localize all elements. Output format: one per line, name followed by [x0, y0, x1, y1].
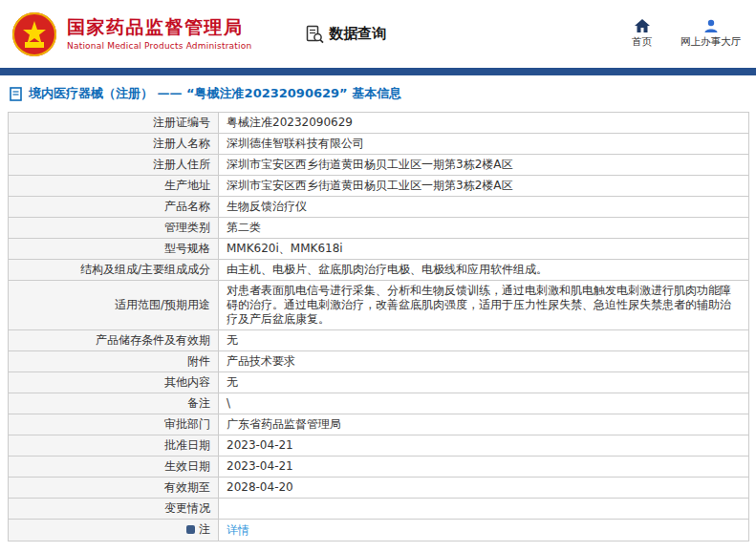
note-icon — [186, 525, 195, 534]
row-value: 2028-04-20 — [219, 478, 749, 499]
row-effective-date: 生效日期 2023-04-21 — [9, 456, 749, 478]
row-label: 注册人名称 — [9, 134, 219, 155]
row-management-category: 管理类别 第二类 — [9, 218, 749, 239]
row-value: 产品技术要求 — [219, 351, 749, 372]
row-label: 附件 — [9, 351, 219, 372]
data-query-label: 数据查询 — [329, 25, 386, 43]
row-value: 粤械注准20232090629 — [219, 113, 749, 134]
row-label: 产品名称 — [9, 197, 219, 218]
row-value: 详情 — [219, 520, 749, 541]
row-attachment: 附件 产品技术要求 — [9, 351, 749, 372]
person-icon — [703, 19, 719, 32]
org-title-block: 国家药品监督管理局 National Medical Products Admi… — [67, 17, 251, 51]
row-value: 2023-04-21 — [219, 456, 749, 478]
row-label: 有效期至 — [9, 478, 219, 499]
info-table-wrap: 注册证编号 粤械注准20232090629 注册人名称 深圳德佳智联科技有限公司… — [0, 110, 756, 541]
row-value: \ — [219, 393, 749, 414]
row-registrant-address: 注册人住所 深圳市宝安区西乡街道黄田杨贝工业区一期第3栋2楼A区 — [9, 155, 749, 176]
row-value: 深圳市宝安区西乡街道黄田杨贝工业区一期第3栋2楼A区 — [219, 155, 749, 176]
row-value: 2023-04-21 — [219, 435, 749, 456]
row-label: 生产地址 — [9, 176, 219, 197]
row-product-name: 产品名称 生物反馈治疗仪 — [9, 197, 749, 218]
row-label: 适用范围/预期用途 — [9, 281, 219, 330]
data-query-nav[interactable]: 数据查询 — [305, 25, 386, 44]
row-registration-number: 注册证编号 粤械注准20232090629 — [9, 113, 749, 134]
header-divider-bar — [0, 68, 756, 75]
national-emblem-icon — [11, 11, 57, 57]
row-value: 无 — [219, 330, 749, 351]
row-note: 注 详情 — [9, 520, 749, 541]
online-hall-link[interactable]: 网上办事大厅 — [680, 19, 741, 49]
row-value: 由主机、电极片、盆底肌肉治疗电极、电极线和应用软件组成。 — [219, 260, 749, 281]
row-label: 注册证编号 — [9, 113, 219, 134]
row-label: 结构及组成/主要组成成分 — [9, 260, 219, 281]
row-remarks: 备注 \ — [9, 393, 749, 414]
row-label: 其他内容 — [9, 372, 219, 393]
row-value: 深圳市宝安区西乡街道黄田杨贝工业区一期第3栋2楼A区 — [219, 176, 749, 197]
row-label: 型号规格 — [9, 239, 219, 260]
row-value: 深圳德佳智联科技有限公司 — [219, 134, 749, 155]
note-label: 注 — [199, 522, 210, 537]
row-registrant-name: 注册人名称 深圳德佳智联科技有限公司 — [9, 134, 749, 155]
page-title: 境内医疗器械（注册） —— “粤械注准20232090629” 基本信息 — [29, 85, 401, 102]
data-query-icon — [305, 25, 324, 44]
row-approval-department: 审批部门 广东省药品监督管理局 — [9, 414, 749, 435]
row-label: 注 — [9, 520, 219, 541]
row-label: 备注 — [9, 393, 219, 414]
row-value: 生物反馈治疗仪 — [219, 197, 749, 218]
home-link-label: 首页 — [632, 35, 652, 49]
row-label: 产品储存条件及有效期 — [9, 330, 219, 351]
home-link[interactable]: 首页 — [632, 19, 652, 49]
row-composition: 结构及组成/主要组成成分 由主机、电极片、盆底肌肉治疗电极、电极线和应用软件组成… — [9, 260, 749, 281]
row-value: 第二类 — [219, 218, 749, 239]
row-label: 批准日期 — [9, 435, 219, 456]
org-name-en: National Medical Products Administration — [67, 41, 251, 51]
row-value — [219, 499, 749, 520]
registration-info-table: 注册证编号 粤械注准20232090629 注册人名称 深圳德佳智联科技有限公司… — [8, 112, 749, 541]
row-production-address: 生产地址 深圳市宝安区西乡街道黄田杨贝工业区一期第3栋2楼A区 — [9, 176, 749, 197]
top-links: 首页 网上办事大厅 — [632, 19, 741, 49]
row-label: 管理类别 — [9, 218, 219, 239]
row-label: 生效日期 — [9, 456, 219, 478]
org-name-cn: 国家药品监督管理局 — [67, 17, 251, 38]
breadcrumb: 境内医疗器械（注册） —— “粤械注准20232090629” 基本信息 — [0, 75, 756, 110]
row-value: 无 — [219, 372, 749, 393]
document-icon — [10, 87, 23, 101]
home-icon — [635, 19, 650, 32]
row-expiry-date: 有效期至 2028-04-20 — [9, 478, 749, 499]
row-value: MMK620i、MMK618i — [219, 239, 749, 260]
row-value: 广东省药品监督管理局 — [219, 414, 749, 435]
page-header: 国家药品监督管理局 National Medical Products Admi… — [0, 0, 756, 68]
row-storage-conditions: 产品储存条件及有效期 无 — [9, 330, 749, 351]
row-other-content: 其他内容 无 — [9, 372, 749, 393]
row-change-status: 变更情况 — [9, 499, 749, 520]
detail-link[interactable]: 详情 — [227, 523, 249, 537]
online-hall-label: 网上办事大厅 — [680, 35, 741, 49]
row-intended-use: 适用范围/预期用途 对患者表面肌电信号进行采集、分析和生物反馈训练，通过电刺激和… — [9, 281, 749, 330]
row-label: 审批部门 — [9, 414, 219, 435]
row-label: 变更情况 — [9, 499, 219, 520]
row-approval-date: 批准日期 2023-04-21 — [9, 435, 749, 456]
row-value: 对患者表面肌电信号进行采集、分析和生物反馈训练，通过电刺激和肌电触发电刺激进行肌… — [219, 281, 749, 330]
row-model-spec: 型号规格 MMK620i、MMK618i — [9, 239, 749, 260]
row-label: 注册人住所 — [9, 155, 219, 176]
